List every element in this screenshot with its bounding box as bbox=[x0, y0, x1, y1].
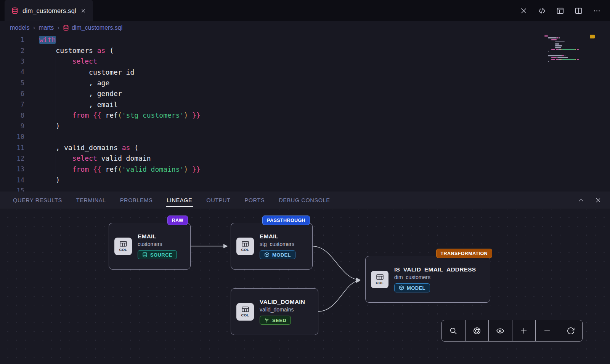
node-badge-seed[interactable]: SEED bbox=[260, 316, 291, 325]
line-number: 10 bbox=[0, 133, 24, 140]
minimap-line bbox=[544, 39, 583, 40]
code-line[interactable]: 7 , email bbox=[0, 99, 610, 110]
breadcrumb: models›marts›dim_customers.sql bbox=[0, 21, 610, 34]
code-text: , gender bbox=[39, 89, 122, 97]
code-lines: 1with2 customers as (3 select4 customer_… bbox=[0, 34, 610, 192]
line-number: 13 bbox=[0, 165, 24, 173]
line-number: 14 bbox=[0, 176, 24, 184]
tab-title: dim_customers.sql bbox=[22, 7, 76, 14]
node-badge-source[interactable]: SOURCE bbox=[138, 250, 177, 259]
more-icon[interactable] bbox=[593, 7, 601, 15]
line-number: 6 bbox=[0, 90, 24, 97]
node-title: EMAIL bbox=[260, 233, 295, 240]
node-title: EMAIL bbox=[138, 233, 177, 240]
lineage-node-dim_customers[interactable]: TRANSFORMATIONCOLIS_VALID_EMAIL_ADDRESSd… bbox=[365, 256, 490, 303]
split-editor-icon[interactable] bbox=[575, 7, 583, 15]
code-text: with bbox=[39, 36, 56, 44]
code-line[interactable]: 6 , gender bbox=[0, 88, 610, 99]
panel-tab-query-results[interactable]: QUERY RESULTS bbox=[13, 197, 62, 203]
tab-close-icon[interactable] bbox=[80, 8, 86, 14]
code-text: customers as ( bbox=[39, 46, 114, 54]
minimap-line bbox=[544, 49, 583, 50]
panel-tab-ports[interactable]: PORTS bbox=[244, 197, 265, 203]
code-line[interactable]: 1with bbox=[0, 34, 610, 45]
refresh-button[interactable] bbox=[559, 320, 583, 341]
panel-tab-lineage[interactable]: LINEAGE bbox=[167, 197, 192, 203]
code-line[interactable]: 14 ) bbox=[0, 174, 610, 185]
breadcrumb-item-models[interactable]: models bbox=[10, 24, 30, 31]
eye-button[interactable] bbox=[489, 320, 512, 341]
code-line[interactable]: 10 bbox=[0, 131, 610, 142]
node-tag-raw: RAW bbox=[167, 216, 188, 225]
code-text: ) bbox=[39, 176, 60, 184]
panel-tab-terminal[interactable]: TERMINAL bbox=[76, 197, 106, 203]
minimap-line bbox=[544, 51, 583, 53]
node-subtitle: dim_customers bbox=[394, 274, 476, 280]
node-subtitle: stg_customers bbox=[260, 241, 295, 247]
code-text: ) bbox=[39, 122, 60, 130]
minimap[interactable] bbox=[544, 35, 583, 65]
line-number: 5 bbox=[0, 79, 24, 87]
aperture-button[interactable] bbox=[466, 320, 489, 341]
code-line[interactable]: 15 bbox=[0, 185, 610, 192]
cube-icon bbox=[264, 252, 270, 257]
node-tag-transformation: TRANSFORMATION bbox=[436, 249, 492, 258]
line-number: 9 bbox=[0, 122, 24, 130]
panel-tab-problems[interactable]: PROBLEMS bbox=[120, 197, 152, 203]
node-body: EMAILcustomersSOURCE bbox=[138, 233, 177, 259]
line-number: 3 bbox=[0, 57, 24, 65]
code-line[interactable]: 2 customers as ( bbox=[0, 45, 610, 56]
node-body: IS_VALID_EMAIL_ADDRESSdim_customersMODEL bbox=[394, 266, 476, 292]
close-icon[interactable] bbox=[595, 197, 602, 204]
column-icon: COL bbox=[371, 271, 388, 288]
code-line[interactable]: 13 from {{ ref('valid_domains') }} bbox=[0, 164, 610, 174]
minimap-line bbox=[544, 61, 583, 62]
breadcrumb-item-marts[interactable]: marts bbox=[39, 24, 54, 31]
node-subtitle: customers bbox=[138, 241, 177, 247]
column-icon: COL bbox=[114, 238, 132, 255]
chevron-up-icon[interactable] bbox=[578, 197, 584, 204]
database-icon bbox=[11, 7, 18, 14]
panel-actions bbox=[578, 197, 610, 204]
search-button[interactable] bbox=[442, 320, 466, 341]
code-line[interactable]: 3 select bbox=[0, 56, 610, 67]
code-line[interactable]: 12 select valid_domain bbox=[0, 153, 610, 164]
line-number: 1 bbox=[0, 36, 24, 43]
code-icon[interactable] bbox=[538, 7, 546, 15]
node-subtitle: valid_domains bbox=[260, 307, 305, 313]
plus-button[interactable] bbox=[512, 320, 536, 341]
breadcrumb-item-dim_customers-sql[interactable]: dim_customers.sql bbox=[63, 24, 122, 31]
app-window: dim_customers.sql models›marts›dim_custo… bbox=[0, 0, 610, 364]
code-text: , valid_domains as ( bbox=[39, 144, 138, 152]
code-line[interactable]: 5 , age bbox=[0, 77, 610, 88]
lineage-node-valid_domains[interactable]: COLVALID_DOMAINvalid_domainsSEED bbox=[231, 288, 318, 335]
code-text: , email bbox=[39, 101, 118, 109]
code-line[interactable]: 4 customer_id bbox=[0, 67, 610, 77]
line-number: 8 bbox=[0, 112, 24, 119]
code-text: from {{ ref('stg_customers') }} bbox=[39, 111, 201, 119]
lineage-canvas[interactable]: RAWCOLEMAILcustomersSOURCEPASSTHROUGHCOL… bbox=[0, 209, 610, 364]
line-number: 15 bbox=[0, 187, 24, 192]
line-number: 2 bbox=[0, 47, 24, 54]
code-line[interactable]: 8 from {{ ref('stg_customers') }} bbox=[0, 110, 610, 120]
minimap-line bbox=[544, 43, 583, 45]
seed-icon bbox=[264, 318, 270, 323]
lineage-node-stg_customers[interactable]: PASSTHROUGHCOLEMAILstg_customersMODEL bbox=[231, 223, 313, 270]
code-editor[interactable]: 1with2 customers as (3 select4 customer_… bbox=[0, 34, 610, 192]
code-line[interactable]: 11 , valid_domains as ( bbox=[0, 142, 610, 153]
node-badge-model[interactable]: MODEL bbox=[260, 250, 295, 259]
minimap-line bbox=[544, 47, 583, 48]
tab-bar-actions bbox=[520, 0, 610, 21]
panel-tab-debug-console[interactable]: DEBUG CONSOLE bbox=[279, 197, 330, 203]
tab-dim-customers-sql[interactable]: dim_customers.sql bbox=[5, 0, 93, 21]
code-text: customer_id bbox=[39, 68, 134, 76]
minus-button[interactable] bbox=[536, 320, 559, 341]
lineage-node-customers[interactable]: RAWCOLEMAILcustomersSOURCE bbox=[109, 223, 191, 270]
code-line[interactable]: 9 ) bbox=[0, 121, 610, 131]
minimap-line bbox=[544, 45, 583, 46]
layout-icon[interactable] bbox=[556, 7, 564, 15]
star-x-icon[interactable] bbox=[520, 7, 528, 15]
panel-tab-output[interactable]: OUTPUT bbox=[206, 197, 230, 203]
node-badge-model[interactable]: MODEL bbox=[394, 283, 430, 292]
node-title: IS_VALID_EMAIL_ADDRESS bbox=[394, 266, 476, 273]
